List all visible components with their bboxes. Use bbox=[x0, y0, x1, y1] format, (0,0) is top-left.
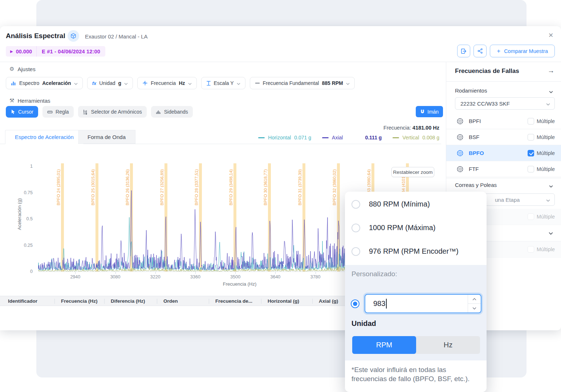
dropdown-frequency-unit[interactable]: Frecuencia Hz bbox=[137, 77, 196, 89]
line-icon bbox=[255, 82, 260, 84]
frequency-value: 4181.00 Hz bbox=[412, 125, 439, 131]
custom-rpm-input[interactable]: 983 bbox=[365, 294, 481, 313]
y-tick-label: 0 bbox=[13, 269, 33, 274]
fault-item-ftf[interactable]: FTF Múltiple bbox=[446, 161, 561, 177]
magnet-tool-button[interactable]: Imán bbox=[416, 106, 443, 117]
harmonics-selector-tool-button[interactable]: Selector de Armónicos bbox=[78, 106, 147, 118]
option-976-rpm-encoder[interactable]: 976 RPM (RPM Encoder™) bbox=[345, 240, 487, 263]
reset-zoom-button[interactable]: Restablecer zoom bbox=[391, 167, 434, 177]
radio-unselected[interactable] bbox=[351, 224, 360, 232]
option-880-rpm[interactable]: 880 RPM (Mínima) bbox=[345, 192, 487, 216]
asset-icon-badge bbox=[68, 30, 79, 42]
legend-name: Horizontal bbox=[268, 135, 291, 140]
dropdown-value: 885 RPM bbox=[322, 80, 343, 86]
multiple-checkbox[interactable] bbox=[528, 213, 534, 220]
chevron-down-icon bbox=[74, 80, 78, 86]
bearing-model-select[interactable]: 22232 CC/W33 SKF bbox=[455, 97, 555, 110]
custom-rpm-value: 983 bbox=[373, 299, 385, 308]
sidebar-section-divider bbox=[446, 178, 561, 178]
dropdown-spectrum-type[interactable]: Espectro Aceleración bbox=[6, 77, 83, 89]
column-horizontal: Horizontal (g) bbox=[261, 296, 312, 306]
option-1000-rpm[interactable]: 1000 RPM (Máxima) bbox=[345, 216, 487, 240]
x-tick-label: 3220 bbox=[150, 274, 160, 279]
page: Análisis Espectral Exaustor 02 / Mancal … bbox=[0, 0, 561, 392]
x-tick-label: 2940 bbox=[70, 274, 80, 279]
chevron-down-icon bbox=[546, 101, 550, 107]
fault-item-bpfo[interactable]: BPFO Múltiple bbox=[446, 145, 561, 161]
bearings-collapse-chevron-icon[interactable] bbox=[549, 88, 553, 95]
legend-horizontal[interactable]: Horizontal 0.071 g bbox=[258, 135, 311, 140]
bearing-model-value: 22232 CC/W33 SKF bbox=[460, 101, 510, 107]
multiple-checkbox[interactable] bbox=[528, 134, 534, 140]
legend-axial[interactable]: Axial 0.111 g bbox=[322, 135, 382, 140]
bearings-section-label: Rodamientos bbox=[455, 87, 487, 94]
dropdown-label: Escala Y bbox=[214, 80, 234, 86]
dropdown-label: Espectro bbox=[19, 80, 39, 86]
collapse-panel-arrow-icon[interactable]: → bbox=[548, 67, 554, 75]
sample-label: E #1 - 04/06/2024 12:00 bbox=[37, 49, 105, 54]
legend-name: Vertical bbox=[402, 135, 419, 140]
settings-label-text: Ajustes bbox=[17, 66, 35, 72]
dropdown-label: Frecuencia bbox=[151, 80, 176, 86]
unit-rpm-button[interactable]: RPM bbox=[352, 336, 416, 354]
x-tick-label: 3080 bbox=[110, 274, 121, 279]
dropdown-unit[interactable]: fx Unidad g bbox=[87, 77, 133, 89]
share-button[interactable] bbox=[473, 45, 487, 57]
chevron-down-icon bbox=[546, 197, 550, 203]
multiple-label: Múltiple bbox=[537, 134, 555, 140]
ruler-tool-button[interactable]: Regla bbox=[42, 106, 74, 118]
cube-icon bbox=[70, 33, 77, 39]
multiple-checkbox[interactable] bbox=[528, 150, 534, 156]
sample-badge[interactable]: ▶ 00.000 E #1 - 04/06/2024 12:00 bbox=[6, 46, 105, 57]
option-label: 880 RPM (Mínima) bbox=[369, 200, 430, 208]
text-caret bbox=[386, 299, 387, 309]
legend-vertical[interactable]: Vertical 0.008 g bbox=[393, 135, 439, 140]
header-divider bbox=[0, 62, 561, 62]
multiple-label: Múltiple bbox=[537, 166, 555, 172]
fault-item-bsf[interactable]: BSF Múltiple bbox=[446, 129, 561, 145]
tab-acceleration-spectrum[interactable]: Espectro de Aceleración bbox=[5, 130, 84, 144]
y-tick-label: 0.75 bbox=[13, 190, 33, 195]
chevron-down-icon bbox=[549, 230, 553, 236]
y-tick-label: 0.25 bbox=[13, 243, 33, 248]
belts-collapse-chevron-icon[interactable] bbox=[549, 183, 553, 189]
tools-section-label: ⚒ Herramientas bbox=[9, 97, 50, 104]
settings-dropdowns: Espectro Aceleración fx Unidad g Frecuen… bbox=[6, 77, 355, 89]
dropdown-fundamental-frequency[interactable]: Frecuencia Fundamental 885 RPM bbox=[250, 77, 355, 89]
y-tick-label: 0.5 bbox=[13, 216, 33, 221]
fault-item-label: BSF bbox=[469, 134, 479, 140]
breadcrumb: Exaustor 02 / Mancal - LA bbox=[85, 33, 148, 40]
x-tick-label: 3640 bbox=[270, 274, 280, 279]
radio-unselected[interactable] bbox=[351, 200, 360, 209]
multiple-checkbox[interactable] bbox=[528, 118, 534, 124]
dropdown-scale-y[interactable]: Escala Y bbox=[201, 77, 245, 89]
sidebands-tool-button[interactable]: Sidebands bbox=[151, 106, 193, 118]
compare-sample-label: Comparar Muestra bbox=[504, 48, 548, 54]
radio-unselected[interactable] bbox=[351, 247, 360, 256]
unit-hz-button[interactable]: Hz bbox=[416, 336, 480, 354]
stepper-down-icon[interactable] bbox=[468, 304, 481, 313]
close-icon[interactable]: ✕ bbox=[546, 30, 556, 40]
x-tick-label: 3780 bbox=[310, 274, 321, 279]
radio-selected[interactable] bbox=[351, 299, 359, 308]
cursor-tool-button[interactable]: Cursor bbox=[6, 106, 38, 118]
bearing-icon bbox=[456, 150, 464, 157]
multiple-checkbox[interactable] bbox=[528, 246, 534, 253]
stepper-up-icon[interactable] bbox=[468, 295, 481, 304]
compare-sample-button[interactable]: + Comparar Muestra bbox=[490, 45, 555, 57]
magnet-label: Imán bbox=[427, 109, 439, 115]
sidebar-section-divider bbox=[446, 81, 561, 82]
export-button[interactable] bbox=[457, 45, 470, 57]
fault-item-label: BPFO bbox=[469, 150, 484, 156]
column-frecuencia: Frecuencia (Hz) bbox=[54, 296, 104, 306]
playback-time: 00.000 bbox=[16, 49, 36, 54]
fault-item-bpfi[interactable]: BPFI Múltiple bbox=[446, 113, 561, 129]
multiple-checkbox[interactable] bbox=[528, 166, 534, 172]
play-icon[interactable]: ▶ bbox=[10, 49, 13, 53]
custom-rpm-section: Personalizado: 983 Unidad RPM Hz bbox=[345, 265, 487, 360]
dropdown-label: Frecuencia Fundamental bbox=[263, 80, 319, 86]
tab-waveform[interactable]: Forma de Onda bbox=[78, 130, 135, 144]
dropdown-value: Hz bbox=[179, 80, 185, 86]
spectrum-chart-icon bbox=[11, 81, 16, 86]
fx-icon: fx bbox=[92, 81, 97, 86]
